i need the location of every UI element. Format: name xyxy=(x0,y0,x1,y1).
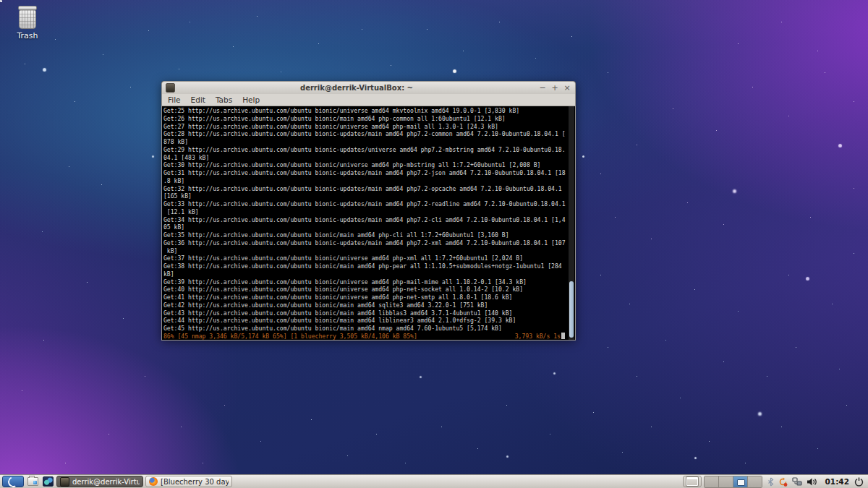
terminal-output-text: Get:25 http://us.archive.ubuntu.com/ubun… xyxy=(163,107,575,333)
volume-icon[interactable] xyxy=(807,477,817,487)
terminal-output-area[interactable]: Get:25 http://us.archive.ubuntu.com/ubun… xyxy=(161,106,576,341)
show-desktop-icon xyxy=(686,477,698,486)
scrollbar-thumb[interactable] xyxy=(569,281,574,338)
apt-progress-line: 86% [45 nmap 3,346 kB/5,174 kB 65%] [1 b… xyxy=(163,333,575,341)
minimize-button[interactable]: − xyxy=(538,84,547,92)
terminal-app-icon xyxy=(166,83,175,93)
taskbar-window-label: [Bluecherry 30 day dem... xyxy=(161,478,229,486)
workspace-1[interactable] xyxy=(705,476,719,487)
workspace-4[interactable] xyxy=(748,476,762,487)
close-button[interactable]: × xyxy=(563,84,571,92)
terminal-icon xyxy=(60,477,69,487)
menu-edit[interactable]: Edit xyxy=(191,95,205,104)
window-titlebar[interactable]: derrik@derrik-VirtualBox: ~ − + × xyxy=(161,81,576,94)
terminal-menubar: File Edit Tabs Help xyxy=(161,94,576,106)
taskbar-window-bluecherry[interactable]: [Bluecherry 30 day dem... xyxy=(145,476,232,487)
menu-file[interactable]: File xyxy=(168,95,181,104)
update-notifier-icon[interactable] xyxy=(778,477,788,487)
apt-progress-left: 86% [45 nmap 3,346 kB/5,174 kB 65%] [1 b… xyxy=(163,333,417,341)
trash-label: Trash xyxy=(12,31,43,40)
bluetooth-icon[interactable] xyxy=(767,477,774,487)
network-icon[interactable] xyxy=(792,477,802,487)
taskbar-window-terminal[interactable]: derrik@derrik-VirtualB... xyxy=(56,476,143,487)
workspace-2[interactable] xyxy=(719,476,733,487)
terminal-scrollbar[interactable] xyxy=(569,106,574,340)
menu-tabs[interactable]: Tabs xyxy=(216,95,232,104)
system-tray xyxy=(767,477,817,487)
terminal-window: derrik@derrik-VirtualBox: ~ − + × File E… xyxy=(161,81,576,339)
app-launcher-icon xyxy=(43,476,54,487)
app-launcher[interactable] xyxy=(41,476,54,487)
applications-menu-icon xyxy=(6,474,20,488)
file-manager-launcher[interactable] xyxy=(26,476,39,487)
power-button-icon[interactable] xyxy=(854,477,864,487)
firefox-icon xyxy=(149,477,158,486)
taskbar-window-label: derrik@derrik-VirtualB... xyxy=(72,478,140,486)
stars-layer-bright xyxy=(0,0,2,2)
taskbar-panel: derrik@derrik-VirtualB... [Bluecherry 30… xyxy=(0,474,868,488)
terminal-cursor xyxy=(561,333,565,339)
maximize-button[interactable]: + xyxy=(550,84,559,92)
taskbar-clock[interactable]: 01:42 xyxy=(825,477,849,486)
show-desktop-button[interactable] xyxy=(683,476,702,487)
trash-desktop-icon[interactable]: Trash xyxy=(12,6,43,40)
applications-menu-button[interactable] xyxy=(2,476,24,487)
menu-help[interactable]: Help xyxy=(242,95,260,104)
workspace-switcher xyxy=(704,476,762,488)
apt-progress-right: 3,793 kB/s 1s xyxy=(515,333,565,341)
window-title: derrik@derrik-VirtualBox: ~ xyxy=(179,84,535,92)
file-manager-icon xyxy=(27,477,38,486)
workspace-3-active[interactable] xyxy=(733,476,748,487)
